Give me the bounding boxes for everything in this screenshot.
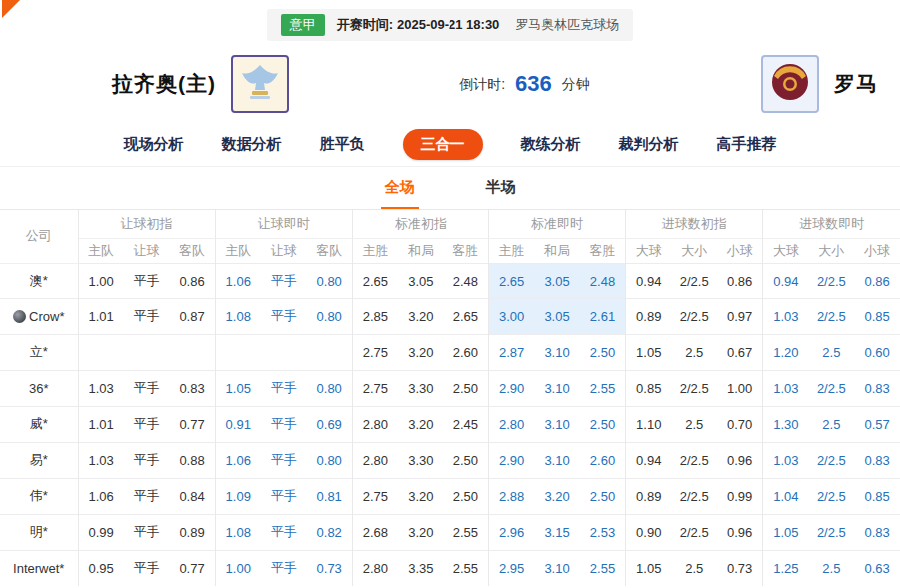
group-header-goals-init: 进球数初指 bbox=[626, 210, 763, 238]
odds-cell: 3.10 bbox=[534, 406, 580, 442]
odds-cell: 1.00 bbox=[215, 550, 261, 586]
odds-cell: 2/2.5 bbox=[809, 263, 855, 298]
company-name: 立* bbox=[30, 344, 48, 359]
company-name: 36* bbox=[29, 381, 49, 396]
tab-referee-analysis[interactable]: 裁判分析 bbox=[619, 135, 679, 154]
odds-cell: 0.99 bbox=[717, 478, 763, 514]
odds-cell: 2.5 bbox=[671, 550, 717, 586]
odds-cell: 0.91 bbox=[215, 406, 261, 442]
odds-cell: 2.95 bbox=[488, 550, 534, 586]
col-header: 让球 bbox=[261, 238, 307, 263]
col-header: 主胜 bbox=[352, 238, 398, 263]
top-bar: 意甲 开赛时间:2025-09-21 18:30 罗马奥林匹克球场 bbox=[0, 0, 900, 46]
company-cell[interactable]: 澳* bbox=[0, 263, 78, 298]
company-name: Crow* bbox=[29, 309, 64, 324]
odds-cell: 0.73 bbox=[307, 550, 353, 586]
company-cell[interactable]: 明* bbox=[0, 514, 78, 550]
odds-cell: 1.05 bbox=[626, 550, 672, 586]
odds-cell: 平手 bbox=[261, 478, 307, 514]
odds-cell: 0.69 bbox=[307, 406, 353, 442]
company-cell[interactable]: 36* bbox=[0, 370, 78, 406]
odds-cell: 0.85 bbox=[626, 370, 672, 406]
odds-cell: 1.05 bbox=[763, 514, 809, 550]
bookmaker-logo-icon bbox=[13, 310, 26, 323]
kickoff-time: 开赛时间:2025-09-21 18:30 bbox=[337, 16, 500, 34]
company-cell[interactable]: 易* bbox=[0, 442, 78, 478]
odds-cell: 0.90 bbox=[626, 514, 672, 550]
group-header-handicap-live: 让球即时 bbox=[215, 210, 352, 238]
odds-cell: 2.65 bbox=[488, 263, 534, 298]
col-header: 让球 bbox=[124, 238, 170, 263]
home-team-name: 拉齐奥(主) bbox=[112, 70, 216, 98]
team-header: 拉齐奥(主) 倒计时: 636 分钟 bbox=[0, 46, 900, 122]
tab-data-analysis[interactable]: 数据分析 bbox=[222, 135, 282, 154]
odds-cell: 2.65 bbox=[444, 298, 489, 334]
company-name: 威* bbox=[30, 416, 48, 431]
tab-half-match[interactable]: 半场 bbox=[482, 167, 520, 209]
away-team: 罗马 bbox=[761, 55, 878, 113]
odds-cell: 0.86 bbox=[854, 263, 900, 298]
table-group-header-row: 公司 让球初指 让球即时 标准初指 标准即时 进球数初指 进球数即时 bbox=[0, 210, 900, 238]
nav-tabs: 现场分析 数据分析 胜平负 三合一 教练分析 裁判分析 高手推荐 bbox=[0, 122, 900, 167]
odds-cell: 2.80 bbox=[352, 442, 398, 478]
odds-cell: 2.88 bbox=[488, 478, 534, 514]
company-cell[interactable]: 威* bbox=[0, 406, 78, 442]
odds-cell: 1.00 bbox=[78, 263, 124, 298]
odds-cell: 1.10 bbox=[626, 406, 672, 442]
venue-name: 罗马奥林匹克球场 bbox=[515, 16, 619, 34]
odds-cell: 平手 bbox=[261, 406, 307, 442]
tab-live-analysis[interactable]: 现场分析 bbox=[124, 135, 184, 154]
company-cell[interactable]: 伟* bbox=[0, 478, 78, 514]
odds-cell: 0.77 bbox=[169, 406, 215, 442]
away-team-logo bbox=[761, 55, 819, 113]
odds-cell: 2/2.5 bbox=[809, 514, 855, 550]
odds-cell: 2.5 bbox=[809, 334, 855, 370]
odds-cell: 0.96 bbox=[717, 514, 763, 550]
league-badge: 意甲 bbox=[281, 14, 325, 36]
col-header: 和局 bbox=[534, 238, 580, 263]
odds-cell: 0.87 bbox=[169, 298, 215, 334]
odds-cell: 3.20 bbox=[398, 478, 444, 514]
group-header-std-live: 标准即时 bbox=[488, 210, 625, 238]
odds-cell: 平手 bbox=[261, 298, 307, 334]
odds-cell: 1.03 bbox=[763, 370, 809, 406]
table-row: 威* 1.01 平手 0.77 0.91 平手 0.69 2.80 3.20 2… bbox=[0, 406, 900, 442]
table-row: 易* 1.03 平手 0.88 1.06 平手 0.80 2.80 3.30 2… bbox=[0, 442, 900, 478]
home-team-logo bbox=[231, 55, 289, 113]
odds-cell: 2/2.5 bbox=[809, 370, 855, 406]
company-cell[interactable]: Crow* bbox=[0, 298, 78, 334]
odds-cell: 1.04 bbox=[763, 478, 809, 514]
tab-coach-analysis[interactable]: 教练分析 bbox=[521, 135, 581, 154]
odds-cell: 1.08 bbox=[215, 514, 261, 550]
company-cell[interactable]: 立* bbox=[0, 334, 78, 370]
company-name: 易* bbox=[30, 452, 48, 467]
odds-cell bbox=[215, 334, 261, 370]
tab-three-in-one[interactable]: 三合一 bbox=[403, 129, 483, 160]
company-column-header: 公司 bbox=[0, 210, 78, 263]
odds-cell: 平手 bbox=[124, 406, 170, 442]
odds-cell: 1.06 bbox=[215, 263, 261, 298]
odds-cell: 平手 bbox=[124, 478, 170, 514]
odds-cell: 0.94 bbox=[626, 442, 672, 478]
group-header-handicap-init: 让球初指 bbox=[78, 210, 215, 238]
tab-expert-picks[interactable]: 高手推荐 bbox=[717, 135, 777, 154]
odds-cell: 1.03 bbox=[763, 442, 809, 478]
odds-cell: 1.06 bbox=[78, 478, 124, 514]
col-header: 客队 bbox=[169, 238, 215, 263]
tab-full-match[interactable]: 全场 bbox=[381, 167, 419, 209]
away-team-name: 罗马 bbox=[834, 70, 878, 98]
odds-cell: 0.70 bbox=[717, 406, 763, 442]
odds-cell: 3.10 bbox=[534, 370, 580, 406]
odds-cell: 平手 bbox=[124, 263, 170, 298]
countdown: 倒计时: 636 分钟 bbox=[289, 71, 761, 97]
tab-win-draw-lose[interactable]: 胜平负 bbox=[320, 135, 365, 154]
odds-cell: 2.80 bbox=[488, 406, 534, 442]
odds-cell: 平手 bbox=[124, 514, 170, 550]
col-header: 主队 bbox=[215, 238, 261, 263]
odds-cell: 1.25 bbox=[763, 550, 809, 586]
period-subtabs: 全场 半场 bbox=[0, 167, 900, 210]
odds-cell: 2.87 bbox=[488, 334, 534, 370]
company-cell[interactable]: Interwet* bbox=[0, 550, 78, 586]
odds-cell: 0.80 bbox=[307, 442, 353, 478]
home-team: 拉齐奥(主) bbox=[112, 55, 289, 113]
